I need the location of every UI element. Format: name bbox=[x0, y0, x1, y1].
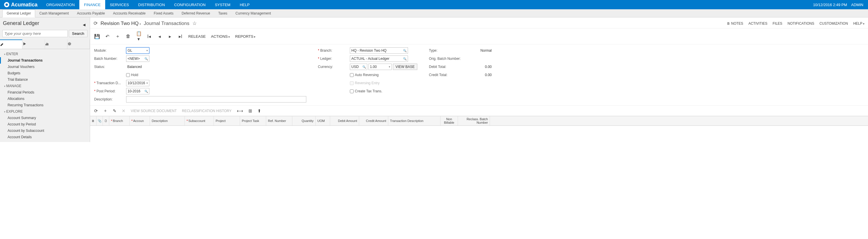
grid-delete-icon[interactable]: ✕ bbox=[122, 108, 126, 113]
topnav-help[interactable]: HELP bbox=[235, 0, 254, 9]
search-button[interactable]: Search bbox=[69, 30, 88, 37]
tree-item-allocations[interactable]: Allocations bbox=[0, 96, 90, 102]
grid-col-description[interactable]: Description bbox=[150, 116, 185, 126]
subnav-deferred-revenue[interactable]: Deferred Revenue bbox=[178, 9, 214, 17]
user-menu[interactable]: ADMIN bbox=[851, 3, 863, 7]
add-icon[interactable]: ＋ bbox=[115, 33, 120, 39]
subnav-accounts-receivable[interactable]: Accounts Receivable bbox=[109, 9, 150, 17]
grid-col-quantity[interactable]: Quantity bbox=[292, 116, 316, 126]
search-input[interactable] bbox=[2, 30, 68, 37]
grid-col-account[interactable]: Accoun bbox=[130, 116, 150, 126]
topnav-distribution[interactable]: DISTRIBUTION bbox=[134, 0, 170, 9]
undo-icon[interactable]: ↶ bbox=[104, 34, 110, 39]
tree-item-financial-periods[interactable]: Financial Periods bbox=[0, 89, 90, 96]
view-source-button[interactable]: VIEW SOURCE DOCUMENT bbox=[131, 109, 177, 113]
topnav-finance[interactable]: FINANCE bbox=[79, 0, 105, 9]
tree-item-trial-balance[interactable]: Trial Balance bbox=[0, 76, 90, 83]
grid-col-ref-number[interactable]: Ref. Number bbox=[266, 116, 292, 126]
first-icon[interactable]: I◂ bbox=[147, 34, 152, 39]
grid-col-reclass-batch[interactable]: Reclass. Batch Number bbox=[458, 116, 490, 126]
tree-item-account-details[interactable]: Account Details bbox=[0, 134, 90, 140]
grid-col-debit-amount[interactable]: Debit Amount bbox=[330, 116, 359, 126]
tree-item-journal-transactions[interactable]: Journal Transactions bbox=[0, 57, 90, 64]
batch-number-field[interactable]: <NEW> bbox=[126, 56, 149, 62]
grid-col-tx-description[interactable]: Transaction Description bbox=[388, 116, 440, 126]
grid-col-subaccount[interactable]: Subaccount bbox=[185, 116, 214, 126]
module-field[interactable]: GL bbox=[126, 47, 149, 54]
grid-col-docs-icon[interactable]: 🗋 bbox=[103, 116, 109, 126]
delete-icon[interactable]: 🗑 bbox=[126, 34, 131, 39]
transaction-date-field[interactable]: 10/12/2016 bbox=[126, 80, 149, 86]
sidebar-tab-edit[interactable] bbox=[0, 39, 22, 49]
topnav-system[interactable]: SYSTEM bbox=[210, 0, 235, 9]
last-icon[interactable]: ▸I bbox=[178, 34, 183, 39]
reclass-history-button[interactable]: RECLASSIFICATION HISTORY bbox=[182, 109, 231, 113]
topnav-services[interactable]: SERVICES bbox=[105, 0, 134, 9]
post-period-field[interactable]: 10-2016 bbox=[126, 88, 149, 94]
view-base-button[interactable]: VIEW BASE bbox=[393, 64, 417, 70]
grid-add-icon[interactable]: ＋ bbox=[103, 108, 107, 113]
reports-menu[interactable]: REPORTS bbox=[235, 34, 255, 39]
next-icon[interactable]: ▸ bbox=[167, 34, 173, 39]
save-icon[interactable]: 💾 bbox=[94, 34, 99, 39]
grid-col-project[interactable]: Project bbox=[214, 116, 240, 126]
description-field[interactable] bbox=[126, 96, 306, 103]
fit-columns-icon[interactable]: ⟷ bbox=[237, 108, 243, 113]
subnav: General Ledger Cash Management Accounts … bbox=[0, 9, 868, 18]
hold-checkbox[interactable]: Hold bbox=[126, 73, 138, 77]
subnav-general-ledger[interactable]: General Ledger bbox=[2, 9, 35, 18]
branch-selector[interactable]: Revision Two HQ bbox=[100, 21, 141, 27]
subnav-accounts-payable[interactable]: Accounts Payable bbox=[73, 9, 109, 17]
grid-col-uom[interactable]: UOM bbox=[316, 116, 330, 126]
grid-col-credit-amount[interactable]: Credit Amount bbox=[359, 116, 388, 126]
auto-reversing-checkbox[interactable]: Auto Reversing bbox=[350, 73, 379, 77]
notes-button[interactable]: NOTES bbox=[727, 22, 743, 26]
rate-field[interactable]: 1.00 bbox=[369, 64, 392, 70]
topnav-organization[interactable]: ORGANIZATION bbox=[41, 0, 79, 9]
tree-item-journal-vouchers[interactable]: Journal Vouchers bbox=[0, 64, 90, 70]
refresh-icon[interactable]: ⟳ bbox=[94, 20, 98, 27]
grid-col-branch[interactable]: Branch bbox=[109, 116, 130, 126]
help-button[interactable]: HELP bbox=[853, 22, 865, 26]
grid-edit-icon[interactable]: ✎ bbox=[113, 108, 117, 113]
period-label: Post Period: bbox=[94, 89, 126, 93]
tree-item-budgets[interactable]: Budgets bbox=[0, 70, 90, 76]
create-tax-checkbox[interactable]: Create Tax Trans. bbox=[350, 89, 382, 93]
tree-group-explore[interactable]: EXPLORE bbox=[0, 108, 90, 115]
notifications-button[interactable]: NOTIFICATIONS bbox=[787, 22, 814, 26]
import-icon[interactable]: ⬆ bbox=[257, 108, 261, 113]
topnav-configuration[interactable]: CONFIGURATION bbox=[169, 0, 210, 9]
tree-item-account-by-subaccount[interactable]: Account by Subaccount bbox=[0, 128, 90, 134]
subnav-taxes[interactable]: Taxes bbox=[214, 9, 231, 17]
sidebar-collapse-icon[interactable]: ◂ bbox=[83, 22, 87, 26]
grid-refresh-icon[interactable]: ⟳ bbox=[94, 108, 98, 113]
tree-group-enter[interactable]: ENTER bbox=[0, 51, 90, 57]
ledger-field[interactable]: ACTUAL - Actual Ledger bbox=[350, 56, 408, 62]
clipboard-icon[interactable]: 📋▾ bbox=[136, 31, 141, 42]
subnav-currency-management[interactable]: Currency Management bbox=[231, 9, 275, 17]
sidebar-tab-chart[interactable] bbox=[45, 39, 67, 49]
grid-col-notes-icon[interactable]: 🗎 bbox=[90, 116, 96, 126]
favorite-star-icon[interactable]: ☆ bbox=[192, 20, 197, 27]
grid-col-files-icon[interactable]: 📎 bbox=[96, 116, 103, 126]
files-button[interactable]: FILES bbox=[773, 22, 782, 26]
sidebar-tab-settings[interactable] bbox=[67, 39, 90, 49]
export-excel-icon[interactable]: ⊞ bbox=[248, 108, 252, 113]
tree-item-recurring-transactions[interactable]: Recurring Transactions bbox=[0, 102, 90, 108]
grid-col-non-billable[interactable]: Non Billable bbox=[440, 116, 458, 126]
prev-icon[interactable]: ◂ bbox=[157, 34, 162, 39]
tree-group-manage[interactable]: MANAGE bbox=[0, 83, 90, 89]
sidebar-tab-play[interactable] bbox=[22, 39, 45, 49]
activities-button[interactable]: ACTIVITIES bbox=[748, 22, 767, 26]
actions-menu[interactable]: ACTIONS bbox=[211, 34, 230, 39]
grid-col-project-task[interactable]: Project Task bbox=[240, 116, 266, 126]
release-button[interactable]: RELEASE bbox=[188, 34, 206, 39]
customization-button[interactable]: CUSTOMIZATION bbox=[819, 22, 848, 26]
brand-logo[interactable]: Acumatica bbox=[0, 2, 41, 8]
branch-field[interactable]: HQ - Revision Two HQ bbox=[350, 47, 408, 54]
subnav-fixed-assets[interactable]: Fixed Assets bbox=[150, 9, 178, 17]
tree-item-account-by-period[interactable]: Account by Period bbox=[0, 121, 90, 128]
subnav-cash-management[interactable]: Cash Management bbox=[35, 9, 73, 17]
currency-field[interactable]: USD bbox=[350, 64, 367, 70]
tree-item-account-summary[interactable]: Account Summary bbox=[0, 115, 90, 121]
